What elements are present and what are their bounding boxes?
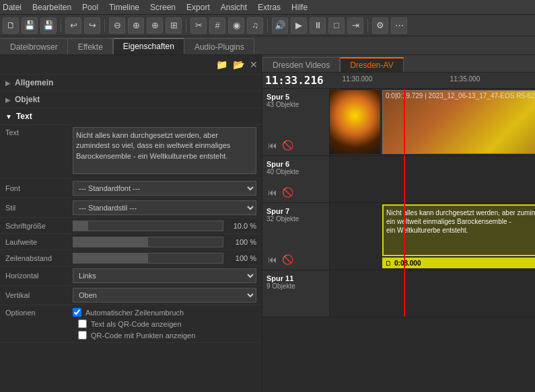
menu-pool[interactable]: Pool — [82, 3, 98, 12]
menu-ansicht[interactable]: Ansicht — [221, 3, 247, 12]
toolbar: 🗋 💾 💾 ↩ ↪ ⊖ ⊕ ⊕ ⊞ ✂ # ◉ ♫ 🔊 ▶ ⏸ □ ⇥ ⚙ ⋯ — [0, 15, 535, 36]
open-btn[interactable]: 💾 — [22, 17, 38, 34]
menu-screen[interactable]: Screen — [150, 3, 176, 12]
track-count-5: 43 Objekte — [266, 101, 325, 108]
sep3 — [186, 19, 186, 32]
ruler-marks: 11:30.000 11:35.000 — [329, 73, 535, 88]
sep4 — [267, 19, 268, 32]
clip-text-content-7: Nicht alles kann durchgesetzt werden, ab… — [386, 208, 535, 235]
folder-btn[interactable]: 📁 — [215, 58, 229, 71]
volume-btn[interactable]: 🔊 — [272, 17, 288, 34]
marker-btn[interactable]: # — [209, 17, 225, 34]
track-name-6: Spur 6 — [266, 160, 325, 168]
cut-btn[interactable]: ✂ — [190, 17, 207, 34]
section-objekt[interactable]: ▶ Objekt — [0, 91, 262, 108]
new-project-btn[interactable]: 🗋 — [3, 17, 19, 34]
allgemein-label: Allgemein — [15, 78, 53, 87]
effect-btn[interactable]: ◉ — [228, 17, 244, 34]
clip-video-5[interactable]: 0:0|0:19.729 | 2023_12_06-13_17_47-EOS R… — [382, 90, 535, 154]
tab-eigenschaften[interactable]: Eigenschaften — [113, 38, 184, 54]
right-panel: Dresden Videos Dresden-AV 11:33.216 11:3… — [262, 55, 535, 392]
track-controls-7: ⏮ 🚫 — [266, 253, 325, 266]
track-header-11: Spur 11 9 Objekte — [262, 270, 330, 317]
track-prev-btn-5[interactable]: ⏮ — [266, 139, 279, 151]
zeilenabstand-label: Zeilenabstand — [5, 254, 73, 262]
track-row-6: Spur 6 40 Objekte ⏮ 🚫 — [262, 156, 535, 203]
main-layout: 📁 📂 ✕ ▶ Allgemein ▶ Objekt ▼ Text Text N… — [0, 55, 535, 392]
vertikal-select[interactable]: Oben Mitte Unten — [73, 288, 256, 303]
section-text[interactable]: ▼ Text — [0, 108, 262, 125]
pause-btn[interactable]: ⏸ — [310, 17, 326, 34]
play-btn[interactable]: ▶ — [291, 17, 307, 34]
menubar: Datei Bearbeiten Pool Timeline Screen Ex… — [0, 0, 535, 15]
track-mute-btn-6[interactable]: 🚫 — [281, 186, 293, 198]
laufweite-label: Laufweite — [5, 238, 73, 246]
qr-points-checkbox[interactable] — [78, 331, 87, 340]
tab-audioplugins[interactable]: Audio-Plugins — [184, 38, 254, 54]
zoom-out-btn[interactable]: ⊖ — [109, 17, 125, 34]
menu-extras[interactable]: Extras — [258, 3, 281, 12]
track-mute-btn-7[interactable]: 🚫 — [281, 253, 293, 266]
track-content-5[interactable]: 0:0|0:19.729 | 2023_12_06-13_17_47-EOS R… — [330, 89, 535, 155]
zeilenabstand-slider[interactable] — [73, 253, 223, 264]
clip-thumb-5[interactable] — [330, 90, 380, 154]
playhead-6 — [404, 156, 405, 202]
laufweite-value: 100 % — [226, 238, 256, 246]
text-arrow-icon: ▼ — [5, 113, 12, 120]
stil-select[interactable]: --- Standardstil --- — [73, 200, 256, 215]
rect-btn[interactable]: □ — [328, 17, 345, 34]
track-prev-btn-6[interactable]: ⏮ — [266, 186, 279, 198]
sep5 — [367, 19, 368, 32]
horizontal-select[interactable]: Links Mitte Rechts — [73, 268, 256, 283]
qr-code-checkbox[interactable] — [78, 319, 87, 328]
more-btn[interactable]: ⋯ — [391, 17, 407, 34]
track-mute-btn-5[interactable]: 🚫 — [281, 139, 293, 151]
menu-hilfe[interactable]: Hilfe — [291, 3, 308, 12]
tab-effekte[interactable]: Effekte — [68, 38, 113, 54]
settings-btn[interactable]: ⚙ — [372, 17, 388, 34]
track-prev-btn-7[interactable]: ⏮ — [266, 253, 279, 266]
redo-btn[interactable]: ↪ — [84, 17, 100, 34]
zoom-fit-btn[interactable]: ⊕ — [147, 17, 163, 34]
main-tabbar: Dateibrowser Effekte Eigenschaften Audio… — [0, 36, 535, 55]
clip-duration-bar-7: 🗋 0:08.000 — [382, 258, 535, 268]
folder2-btn[interactable]: 📂 — [231, 58, 246, 71]
clip-text-7[interactable]: Nicht alles kann durchgesetzt werden, ab… — [382, 204, 535, 256]
track-name-7: Spur 7 — [266, 207, 325, 215]
close-panel-btn[interactable]: ✕ — [248, 58, 259, 71]
menu-timeline[interactable]: Timeline — [109, 3, 139, 12]
laufweite-slider[interactable] — [73, 237, 223, 247]
track-controls-6: ⏮ 🚫 — [266, 186, 325, 198]
zoom-in-btn[interactable]: ⊕ — [128, 17, 144, 34]
tab-dresden-av[interactable]: Dresden-AV — [340, 57, 403, 72]
ruler-mark-1: 11:35.000 — [450, 75, 480, 83]
time-display: 11:33.216 — [265, 74, 324, 87]
menu-datei[interactable]: Datei — [3, 3, 22, 12]
tab-dateibrowser[interactable]: Dateibrowser — [0, 38, 68, 54]
skip-btn[interactable]: ⇥ — [347, 17, 363, 34]
track-row-7: Spur 7 32 Objekte ⏮ 🚫 Nicht alles kann d… — [262, 203, 535, 270]
horizontal-row: Horizontal Links Mitte Rechts — [0, 266, 262, 286]
auto-linebreak-label: Automatischer Zeilenumbruch — [85, 309, 184, 317]
tab-dresden-videos[interactable]: Dresden Videos — [262, 57, 340, 72]
track-row-11: Spur 11 9 Objekte — [262, 270, 535, 317]
track-content-11[interactable] — [330, 270, 535, 317]
menu-bearbeiten[interactable]: Bearbeiten — [32, 3, 71, 12]
save-btn[interactable]: 💾 — [40, 17, 57, 34]
zeilenabstand-value: 100 % — [226, 254, 256, 262]
text-content-box[interactable]: Nicht alles kann durchgesetzt werden, ab… — [73, 127, 256, 174]
clip-duration-7: 0:08.000 — [394, 260, 421, 267]
zeilenabstand-row: Zeilenabstand 100 % — [0, 250, 262, 266]
schriftgroesse-slider[interactable] — [73, 221, 223, 231]
grid-btn[interactable]: ⊞ — [166, 17, 182, 34]
auto-linebreak-checkbox[interactable] — [73, 308, 81, 317]
font-select[interactable]: --- Standardfont --- — [73, 181, 256, 196]
audio-btn[interactable]: ♫ — [247, 17, 263, 34]
menu-export[interactable]: Export — [186, 3, 210, 12]
track-content-6[interactable] — [330, 156, 535, 202]
track-content-7[interactable]: Nicht alles kann durchgesetzt werden, ab… — [330, 203, 535, 270]
font-label: Font — [5, 184, 73, 192]
playhead-11 — [404, 270, 405, 317]
undo-btn[interactable]: ↩ — [65, 17, 81, 34]
section-allgemein[interactable]: ▶ Allgemein — [0, 75, 262, 91]
